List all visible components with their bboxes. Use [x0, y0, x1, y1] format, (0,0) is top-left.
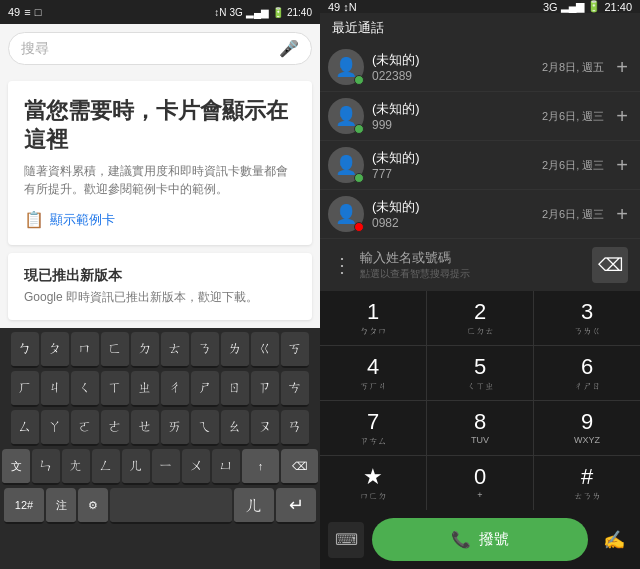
key-eng[interactable]: ㄥ [92, 449, 120, 485]
dial-letters-2: ㄈㄉㄊ [467, 325, 494, 337]
keyboard: ㄅ ㄆ ㄇ ㄈ ㄉ ㄊ ㄋ ㄌ ㄍ ㄎ ㄏ ㄐ ㄑ ㄒ ㄓ ㄔ ㄕ ㄖ ㄗ ㄘ … [0, 328, 320, 569]
key-r[interactable]: ㄖ [221, 371, 249, 407]
dialpad-input-area[interactable]: 輸入姓名或號碼 點選以查看智慧搜尋提示 [352, 249, 592, 281]
dial-key-hash[interactable]: # ㄊㄋㄌ [534, 456, 640, 510]
answered-dot-2 [354, 124, 364, 134]
key-i[interactable]: ㄧ [152, 449, 180, 485]
key-h[interactable]: ㄏ [11, 371, 39, 407]
key-k[interactable]: ㄎ [281, 332, 309, 368]
call-list: 👤 (未知的) 022389 2月8日, 週五 + 👤 (未知的) 999 2月… [320, 43, 640, 239]
call-item-3[interactable]: 👤 (未知的) 777 2月6日, 週三 + [320, 141, 640, 190]
dial-num-9: 9 [581, 409, 593, 435]
keypad-toggle-btn[interactable]: ⌨ [328, 522, 364, 558]
key-ang[interactable]: ㄤ [62, 449, 90, 485]
key-er[interactable]: ㄦ [122, 449, 150, 485]
key-x[interactable]: ㄒ [101, 371, 129, 407]
mic-icon[interactable]: 🎤 [279, 39, 299, 58]
key-yu[interactable]: ㄩ [212, 449, 240, 485]
dial-key-0[interactable]: 0 + [427, 456, 533, 510]
key-enter2[interactable]: ↵ [276, 488, 316, 524]
key-t[interactable]: ㄊ [161, 332, 189, 368]
search-bar[interactable]: 搜尋 🎤 [8, 32, 312, 65]
key-s[interactable]: ㄙ [11, 410, 39, 446]
dialpad-menu-icon[interactable]: ⋮ [332, 253, 352, 277]
left-panel: 49 ≡ □ ↕N 3G ▂▄▆ 🔋 21:40 搜尋 🎤 當您需要時，卡片會顯… [0, 0, 320, 569]
key-backspace[interactable]: ⌫ [281, 449, 318, 485]
key-l[interactable]: ㄌ [221, 332, 249, 368]
add-contact-btn-2[interactable]: + [612, 101, 632, 132]
key-z[interactable]: ㄗ [251, 371, 279, 407]
add-contact-btn-3[interactable]: + [612, 150, 632, 181]
signature-btn[interactable]: ✍ [596, 522, 632, 558]
dialpad-grid: 1 ㄅㄆㄇ 2 ㄈㄉㄊ 3 ㄋㄌㄍ 4 ㄎㄏㄐ 5 ㄑㄒㄓ 6 ㄔㄕㄖ [320, 291, 640, 510]
dial-key-5[interactable]: 5 ㄑㄒㄓ [427, 346, 533, 400]
key-p[interactable]: ㄆ [41, 332, 69, 368]
call-button[interactable]: 📞 撥號 [372, 518, 588, 561]
key-c[interactable]: ㄘ [281, 371, 309, 407]
key-shift[interactable]: 文 [2, 449, 30, 485]
signal-bars: ▂▄▆ [246, 7, 269, 18]
dial-key-star[interactable]: ★ ㄇㄈㄉ [320, 456, 426, 510]
key-ou[interactable]: ㄡ [251, 410, 279, 446]
key-sh[interactable]: ㄕ [191, 371, 219, 407]
dial-key-1[interactable]: 1 ㄅㄆㄇ [320, 291, 426, 345]
call-item-2[interactable]: 👤 (未知的) 999 2月6日, 週三 + [320, 92, 640, 141]
key-ai[interactable]: ㄞ [161, 410, 189, 446]
key-e[interactable]: ㄜ [101, 410, 129, 446]
card-link[interactable]: 📋 顯示範例卡 [24, 210, 296, 229]
key-q[interactable]: ㄑ [71, 371, 99, 407]
key-n[interactable]: ㄋ [191, 332, 219, 368]
key-num-switch[interactable]: 12# [4, 488, 44, 524]
card-link-icon: 📋 [24, 210, 44, 229]
key-ao[interactable]: ㄠ [221, 410, 249, 446]
update-text: Google 即時資訊已推出新版本，歡迎下載。 [24, 289, 296, 306]
key-m[interactable]: ㄇ [71, 332, 99, 368]
signal-bars-right: ▂▄▆ [561, 0, 585, 13]
call-item-4[interactable]: 👤 (未知的) 0982 2月6日, 週三 + [320, 190, 640, 239]
key-o[interactable]: ㄛ [71, 410, 99, 446]
add-contact-btn-1[interactable]: + [612, 52, 632, 83]
key-b[interactable]: ㄅ [11, 332, 39, 368]
card-subtitle: 隨著資料累積，建議實用度和即時資訊卡數量都會有所提升。歡迎參閱範例卡中的範例。 [24, 162, 296, 198]
key-j[interactable]: ㄐ [41, 371, 69, 407]
key-ch[interactable]: ㄔ [161, 371, 189, 407]
key-g[interactable]: ㄍ [251, 332, 279, 368]
dial-key-9[interactable]: 9 WXYZ [534, 401, 640, 455]
dial-key-6[interactable]: 6 ㄔㄕㄖ [534, 346, 640, 400]
dial-key-2[interactable]: 2 ㄈㄉㄊ [427, 291, 533, 345]
key-a[interactable]: ㄚ [41, 410, 69, 446]
key-zh[interactable]: ㄓ [131, 371, 159, 407]
dial-num-2: 2 [474, 299, 486, 325]
dial-letters-6: ㄔㄕㄖ [574, 380, 601, 392]
key-en[interactable]: ㄣ [32, 449, 60, 485]
key-u[interactable]: ㄨ [182, 449, 210, 485]
key-enter1[interactable]: ㄦ [234, 488, 274, 524]
key-d[interactable]: ㄉ [131, 332, 159, 368]
key-space[interactable] [110, 488, 232, 524]
missed-dot-4 [354, 222, 364, 232]
key-settings[interactable]: ⚙ [78, 488, 108, 524]
call-button-row: ⌨ 📞 撥號 ✍ [320, 510, 640, 569]
dial-key-3[interactable]: 3 ㄋㄌㄍ [534, 291, 640, 345]
key-eh[interactable]: ㄝ [131, 410, 159, 446]
call-item-1[interactable]: 👤 (未知的) 022389 2月8日, 週五 + [320, 43, 640, 92]
dial-key-7[interactable]: 7 ㄗㄘㄙ [320, 401, 426, 455]
key-f[interactable]: ㄈ [101, 332, 129, 368]
call-date-3: 2月6日, 週三 [542, 158, 604, 173]
dial-key-8[interactable]: 8 TUV [427, 401, 533, 455]
dial-key-4[interactable]: 4 ㄎㄏㄐ [320, 346, 426, 400]
key-ei[interactable]: ㄟ [191, 410, 219, 446]
dial-letters-star: ㄇㄈㄉ [360, 490, 387, 502]
key-up[interactable]: ↑ [242, 449, 279, 485]
key-an[interactable]: ㄢ [281, 410, 309, 446]
dial-letters-3: ㄋㄌㄍ [574, 325, 601, 337]
dialpad-backspace-btn[interactable]: ⌫ [592, 247, 628, 283]
call-info-4: (未知的) 0982 [372, 198, 534, 230]
kb-row-2: ㄏ ㄐ ㄑ ㄒ ㄓ ㄔ ㄕ ㄖ ㄗ ㄘ [2, 371, 318, 407]
kb-row-4: 文 ㄣ ㄤ ㄥ ㄦ ㄧ ㄨ ㄩ ↑ ⌫ [2, 449, 318, 485]
dial-num-6: 6 [581, 354, 593, 380]
signal-type: 3G [230, 7, 243, 18]
notification-icon: 49 [8, 6, 20, 18]
key-zhu[interactable]: 注 [46, 488, 76, 524]
add-contact-btn-4[interactable]: + [612, 199, 632, 230]
